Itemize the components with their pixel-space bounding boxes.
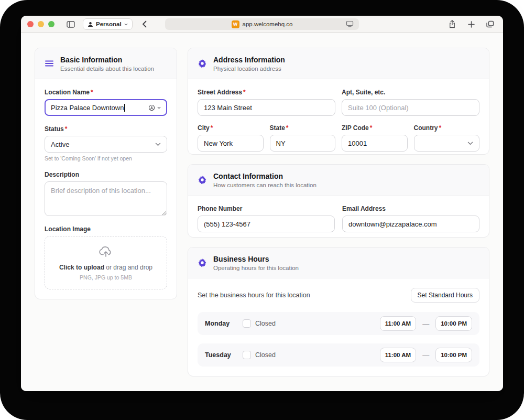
- close-time-input[interactable]: 10:00 PM: [435, 316, 472, 331]
- open-time-input[interactable]: 11:00 AM: [380, 348, 416, 362]
- browser-toolbar: Personal W app.welcomehq.co: [21, 16, 503, 33]
- sidebar-toggle-icon[interactable]: [64, 18, 78, 30]
- location-image-label: Location Image: [45, 225, 167, 233]
- contact-information-header: Contact Information How customers can re…: [188, 165, 489, 196]
- location-name-label: Location Name*: [45, 89, 167, 96]
- closed-checkbox[interactable]: [243, 319, 251, 328]
- gear-icon: [198, 176, 207, 184]
- set-standard-hours-button[interactable]: Set Standard Hours: [411, 288, 479, 303]
- required-asterisk: *: [286, 124, 289, 132]
- autofill-contact-icon[interactable]: [148, 104, 161, 112]
- required-asterisk: *: [370, 124, 373, 132]
- day-row-monday: Monday Closed 11:00 AM — 10:00 PM: [198, 312, 479, 335]
- country-label: Country*: [414, 124, 480, 132]
- status-label: Status*: [45, 125, 167, 133]
- zip-code-input[interactable]: [342, 135, 408, 152]
- card-title: Basic Information: [60, 55, 154, 64]
- basic-information-card: Basic Information Essential details abou…: [35, 48, 177, 299]
- email-address-label: Email Address: [342, 205, 479, 212]
- phone-number-input[interactable]: [198, 216, 335, 232]
- required-asterisk: *: [211, 124, 213, 132]
- apt-suite-label: Apt, Suite, etc.: [342, 89, 479, 96]
- gear-icon: [198, 59, 207, 68]
- day-name: Monday: [205, 320, 237, 327]
- business-hours-header: Business Hours Operating hours for this …: [188, 247, 489, 278]
- closed-checkbox[interactable]: [243, 351, 251, 359]
- closed-label: Closed: [255, 351, 276, 359]
- site-favicon: W: [232, 20, 239, 28]
- card-subtitle: How customers can reach this location: [213, 182, 316, 188]
- profile-label: Personal: [96, 21, 122, 27]
- back-button[interactable]: [138, 18, 151, 30]
- required-asterisk: *: [243, 89, 246, 96]
- open-time-input[interactable]: 11:00 AM: [380, 316, 416, 331]
- country-select[interactable]: [414, 135, 480, 152]
- zip-code-label: ZIP Code*: [342, 124, 408, 132]
- street-address-input[interactable]: [198, 99, 335, 116]
- card-subtitle: Essential details about this location: [60, 66, 154, 72]
- upload-hint: PNG, JPG up to 5MB: [50, 274, 161, 281]
- required-asterisk: *: [439, 124, 442, 132]
- city-label: City*: [198, 124, 264, 132]
- profile-switcher[interactable]: Personal: [83, 18, 133, 30]
- required-asterisk: *: [65, 125, 68, 133]
- time-separator: —: [422, 351, 429, 359]
- traffic-lights: [27, 21, 54, 27]
- state-input[interactable]: [270, 135, 336, 152]
- new-tab-icon[interactable]: [464, 18, 478, 30]
- chevron-down-icon: [467, 142, 473, 145]
- text-caret: [124, 104, 125, 112]
- card-title: Business Hours: [213, 254, 299, 264]
- business-hours-card: Business Hours Operating hours for this …: [188, 247, 489, 376]
- image-upload-dropzone[interactable]: Click to upload or drag and drop PNG, JP…: [45, 236, 167, 289]
- day-name: Tuesday: [205, 351, 237, 359]
- required-asterisk: *: [91, 89, 93, 96]
- menu-lines-icon: [45, 60, 54, 67]
- location-name-input[interactable]: Pizza Palace Downtown: [45, 99, 167, 116]
- day-row-tuesday: Tuesday Closed 11:00 AM — 10:00 PM: [198, 343, 479, 367]
- browser-window: Personal W app.welcomehq.co: [21, 16, 503, 391]
- phone-number-label: Phone Number: [198, 205, 335, 212]
- email-address-input[interactable]: [342, 216, 479, 232]
- city-input[interactable]: [198, 135, 264, 152]
- card-title: Address Information: [213, 55, 285, 64]
- status-helper-text: Set to 'Coming Soon' if not yet open: [45, 155, 167, 161]
- apt-suite-input[interactable]: [342, 99, 479, 116]
- card-subtitle: Physical location address: [213, 66, 285, 72]
- share-icon[interactable]: [445, 18, 459, 30]
- status-value: Active: [51, 141, 69, 148]
- description-textarea[interactable]: [45, 181, 167, 216]
- state-label: State*: [270, 124, 336, 132]
- status-select[interactable]: Active: [45, 136, 167, 153]
- upload-instructions: Click to upload or drag and drop: [50, 264, 161, 271]
- card-title: Contact Information: [213, 171, 316, 181]
- page-settings-icon[interactable]: [346, 20, 354, 28]
- location-name-value: Pizza Palace Downtown: [51, 104, 124, 112]
- minimize-window-button[interactable]: [38, 21, 44, 27]
- description-label: Description: [45, 171, 167, 178]
- zoom-window-button[interactable]: [48, 21, 54, 27]
- gear-icon: [198, 259, 207, 267]
- card-subtitle: Operating hours for this location: [213, 265, 299, 271]
- close-window-button[interactable]: [27, 21, 34, 27]
- chevron-down-icon: [124, 23, 128, 26]
- address-information-header: Address Information Physical location ad…: [188, 48, 489, 79]
- closed-label: Closed: [255, 320, 276, 327]
- tab-overview-icon[interactable]: [483, 18, 497, 30]
- url-text: app.welcomehq.co: [243, 21, 293, 27]
- hours-intro-text: Set the business hours for this location: [198, 292, 310, 299]
- upload-cloud-icon: [99, 246, 113, 257]
- address-bar[interactable]: W app.welcomehq.co: [165, 18, 359, 30]
- address-information-card: Address Information Physical location ad…: [188, 48, 489, 155]
- time-separator: —: [422, 320, 429, 328]
- contact-information-card: Contact Information How customers can re…: [188, 164, 489, 238]
- page-content: Basic Information Essential details abou…: [21, 33, 503, 391]
- street-address-label: Street Address*: [198, 89, 335, 96]
- chevron-down-icon: [155, 143, 161, 146]
- person-icon: [88, 21, 93, 27]
- basic-information-header: Basic Information Essential details abou…: [35, 48, 177, 79]
- close-time-input[interactable]: 10:00 PM: [435, 348, 472, 362]
